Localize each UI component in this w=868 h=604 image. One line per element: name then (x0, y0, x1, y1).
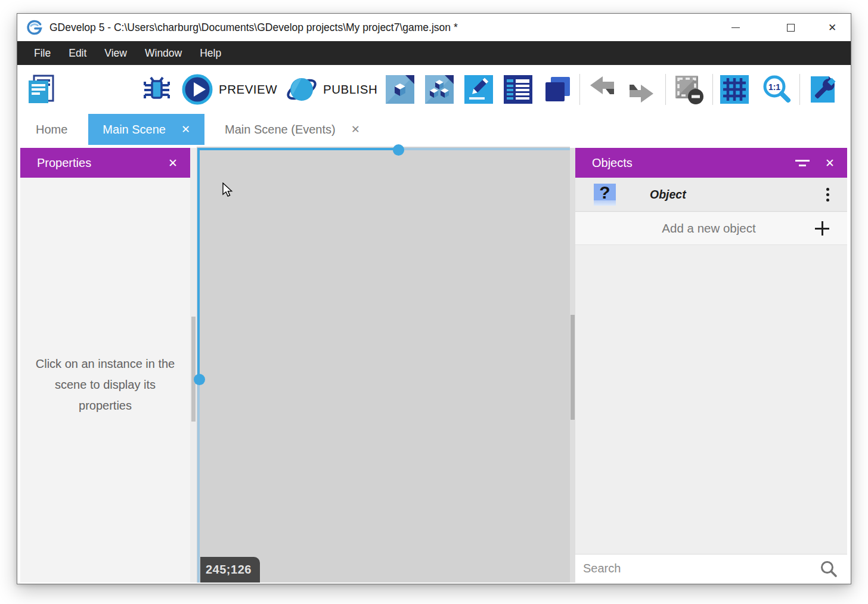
zoom-1-1-icon: 1:1 (760, 73, 792, 106)
maximize-button[interactable] (773, 14, 808, 41)
objects-panel: Objects ✕ ? Object Add a new object (575, 148, 847, 583)
pencil-icon (464, 75, 493, 104)
properties-close-icon[interactable]: ✕ (168, 156, 178, 170)
publish-label: PUBLISH (323, 82, 377, 97)
canvas-left-scrollbar[interactable] (190, 148, 197, 583)
scene-window-border-left (197, 148, 200, 380)
plus-icon (815, 221, 829, 236)
menu-view[interactable]: View (95, 41, 136, 65)
objects-title: Objects (592, 156, 795, 170)
editor-tabs: Home Main Scene ✕ Main Scene (Events) ✕ (17, 114, 851, 145)
edit-scene-button[interactable] (386, 75, 414, 104)
scene-window-resize-handle-left[interactable] (194, 374, 205, 385)
undo-icon (588, 75, 616, 104)
redo-button[interactable] (627, 75, 656, 104)
canvas-right-scrollbar[interactable] (570, 148, 575, 583)
toolbar-separator (579, 74, 580, 105)
scene-window-resize-handle-top[interactable] (393, 144, 404, 156)
open-layers-button[interactable] (543, 75, 572, 104)
scene-window-border-top-extension (399, 148, 570, 150)
minimize-button[interactable] (718, 14, 754, 41)
tab-home[interactable]: Home (20, 114, 83, 145)
objects-search-bar (575, 554, 847, 583)
menu-help[interactable]: Help (191, 41, 230, 65)
add-object-label: Add a new object (575, 221, 815, 236)
properties-empty-message: Click on an instance in the scene to dis… (20, 354, 190, 416)
mask-icon (673, 73, 705, 106)
tab-home-label: Home (36, 123, 67, 137)
window-title: GDevelop 5 - C:\Users\charburg\Documents… (49, 14, 458, 41)
zoom-original-button[interactable]: 1:1 (760, 73, 792, 106)
tab-main-scene-label: Main Scene (103, 123, 166, 137)
object-thumbnail-icon: ? (594, 184, 616, 206)
tab-main-scene[interactable]: Main Scene ✕ (88, 114, 204, 145)
filter-icon[interactable] (795, 160, 810, 166)
maximize-icon (787, 24, 795, 32)
toolbar-separator (712, 74, 713, 105)
gdevelop-logo-icon (26, 19, 43, 36)
open-events-button[interactable] (504, 75, 532, 104)
scene-canvas[interactable]: 245;126 (197, 147, 570, 583)
toggle-mask-button[interactable] (673, 73, 705, 106)
toggle-grid-button[interactable] (720, 75, 749, 104)
play-icon (181, 73, 213, 106)
tab-main-scene-close-icon[interactable]: ✕ (181, 123, 190, 136)
properties-panel: Properties ✕ Click on an instance in the… (20, 148, 190, 583)
publish-button[interactable]: PUBLISH (286, 73, 377, 106)
undo-button[interactable] (588, 75, 616, 104)
mouse-cursor-icon (222, 182, 235, 198)
debugger-bug-icon (142, 75, 172, 104)
object-name: Object (650, 188, 826, 202)
search-icon[interactable] (820, 560, 838, 578)
svg-text:1:1: 1:1 (768, 82, 780, 92)
scrollbar-thumb[interactable] (191, 317, 196, 422)
main-toolbar: PREVIEW PUBLISH (17, 65, 851, 114)
tab-main-scene-events-label: Main Scene (Events) (225, 123, 336, 137)
add-object-button[interactable]: Add a new object (575, 212, 847, 245)
scene-window-border-top (197, 148, 399, 150)
editor-content: Properties ✕ Click on an instance in the… (17, 147, 851, 583)
close-icon: ✕ (828, 23, 836, 33)
object-menu-kebab-icon[interactable] (826, 188, 829, 202)
objects-group-icon (425, 75, 454, 104)
globe-icon (286, 73, 318, 106)
objects-header: Objects ✕ (575, 148, 847, 178)
menu-window[interactable]: Window (136, 41, 191, 65)
redo-icon (627, 75, 656, 104)
objects-search-input[interactable] (575, 562, 820, 575)
scrollbar-thumb[interactable] (571, 315, 575, 420)
preview-label: PREVIEW (219, 82, 277, 97)
scene-window-border-left-extension (197, 380, 200, 583)
preview-button[interactable]: PREVIEW (181, 73, 277, 106)
cursor-coordinates-badge: 245;126 (200, 557, 260, 583)
gdevelop-window: GDevelop 5 - C:\Users\charburg\Documents… (17, 13, 851, 584)
wrench-icon (807, 74, 838, 105)
menu-file[interactable]: File (25, 41, 60, 65)
project-manager-button[interactable] (24, 73, 57, 106)
open-settings-button[interactable] (807, 74, 838, 105)
tab-main-scene-events[interactable]: Main Scene (Events) ✕ (209, 114, 376, 145)
menu-edit[interactable]: Edit (60, 41, 95, 65)
debugger-button[interactable] (142, 75, 172, 104)
objects-close-icon[interactable]: ✕ (825, 156, 835, 170)
menu-bar: File Edit View Window Help (17, 41, 851, 65)
edit-scene-properties-button[interactable] (464, 75, 493, 104)
title-bar[interactable]: GDevelop 5 - C:\Users\charburg\Documents… (17, 14, 851, 41)
scene-cube-icon (386, 75, 414, 104)
layers-icon (543, 75, 572, 104)
grid-icon (720, 75, 749, 104)
toolbar-separator (665, 74, 666, 105)
properties-header: Properties ✕ (20, 148, 190, 178)
minimize-icon (731, 27, 740, 28)
events-list-icon (504, 75, 532, 104)
toolbar-separator (799, 74, 800, 105)
edit-objects-groups-button[interactable] (425, 75, 454, 104)
properties-title: Properties (37, 156, 168, 170)
project-manager-icon (24, 73, 57, 106)
object-list-item[interactable]: ? Object (575, 178, 847, 212)
close-button[interactable]: ✕ (814, 14, 850, 41)
tab-main-scene-events-close-icon[interactable]: ✕ (351, 123, 360, 136)
